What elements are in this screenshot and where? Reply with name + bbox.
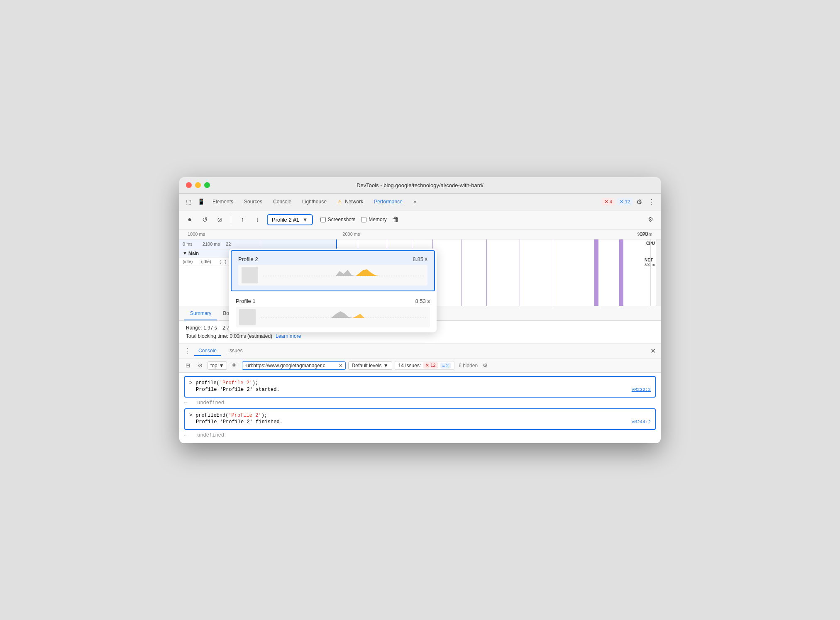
- settings-button[interactable]: ⚙: [633, 196, 645, 207]
- console-tab-console[interactable]: Console: [194, 346, 221, 356]
- undefined-line-2: ← undefined: [184, 432, 656, 439]
- error-badge[interactable]: ✕ 4: [602, 198, 615, 205]
- vm-ref-2[interactable]: VM244:2: [632, 420, 651, 425]
- profile2-chart: [263, 268, 424, 282]
- separator: [231, 215, 231, 224]
- cmd-line-1: > profile('Profile 2');: [189, 380, 651, 386]
- cmd-output-2: Profile 'Profile 2' finished. VM244:2: [189, 419, 651, 425]
- console-sidebar-button[interactable]: ⊟: [183, 361, 193, 371]
- profile-selected-label: Profile 2 #1: [272, 217, 299, 223]
- minimize-button[interactable]: [195, 182, 201, 188]
- close-button[interactable]: [186, 182, 192, 188]
- vertical-bar-6: [486, 239, 487, 306]
- levels-label: Default levels: [352, 363, 382, 369]
- vertical-bar-10: [619, 239, 623, 306]
- timeline-container: 1000 ms 2000 ms 9000 m CPU 0 ms 2100 ms …: [179, 229, 661, 306]
- issues-error-count: ✕ 12: [423, 362, 437, 369]
- tl-row-ruler2: 0 ms 2100 ms 22: [179, 239, 262, 249]
- filter-input-field[interactable]: [245, 363, 339, 369]
- console-eye-button[interactable]: 👁: [230, 361, 239, 371]
- dropdown-item-profile1-header: Profile 1 8.53 s: [236, 298, 430, 304]
- right-border: [650, 239, 651, 306]
- console-close-button[interactable]: ✕: [650, 347, 656, 355]
- log-levels-selector[interactable]: Default levels ▼: [348, 361, 392, 370]
- tbt-label: Total blocking time: 0.00ms (estimated): [186, 333, 272, 339]
- issues-label: 14 Issues:: [398, 363, 421, 369]
- device-icon[interactable]: 📱: [195, 196, 207, 207]
- filter-input-wrapper: ✕: [242, 361, 346, 370]
- console-toolbar: ⊟ ⊘ top ▼ 👁 ✕ Default levels ▼ 14 Issues…: [179, 359, 661, 373]
- tab-elements[interactable]: Elements: [208, 196, 238, 207]
- svg-marker-2: [356, 269, 379, 276]
- upload-button[interactable]: ↑: [237, 214, 248, 225]
- maximize-button[interactable]: [204, 182, 210, 188]
- console-block-2: > profileEnd('Profile 2'); Profile 'Prof…: [184, 408, 656, 430]
- cmd-line-2: > profileEnd('Profile 2');: [189, 413, 651, 418]
- dropdown-item-profile2[interactable]: Profile 2 8.85 s: [231, 250, 435, 291]
- screenshots-checkbox[interactable]: [320, 217, 326, 222]
- profile1-time: 8.53 s: [415, 298, 430, 304]
- download-button[interactable]: ↓: [252, 214, 263, 225]
- clear-button[interactable]: ⊘: [214, 214, 225, 225]
- profile1-chart: [261, 310, 427, 324]
- warning-badge-icon: ✕: [620, 199, 624, 205]
- profile2-thumbnail: [242, 267, 258, 283]
- main-toolbar: ⬚ 📱 Elements Sources Console Lighthouse …: [179, 194, 661, 210]
- inspector-icon[interactable]: ⬚: [183, 196, 194, 207]
- chevron-left-1: ←: [184, 400, 187, 406]
- checkbox-group: Screenshots Memory 🗑: [320, 216, 399, 223]
- warning-badge[interactable]: ✕ 12: [617, 198, 632, 205]
- learn-more-link[interactable]: Learn more: [276, 333, 301, 339]
- memory-checkbox[interactable]: [361, 217, 366, 222]
- context-selector[interactable]: top ▼: [208, 361, 227, 370]
- profile-dropdown[interactable]: Profile 2 #1 ▼: [267, 214, 313, 225]
- undefined-text-2: undefined: [190, 432, 224, 439]
- trash-button[interactable]: 🗑: [393, 216, 399, 223]
- console-header: ⋮ Console Issues ✕: [179, 344, 661, 359]
- tab-network[interactable]: ⚠ Network: [332, 196, 368, 207]
- cmd-text-2: profileEnd('Profile 2');: [195, 413, 267, 418]
- profile2-time: 8.85 s: [413, 256, 427, 262]
- vertical-bar-9: [594, 239, 598, 306]
- console-block-1: > profile('Profile 2'); Profile 'Profile…: [184, 376, 656, 398]
- tab-lighthouse[interactable]: Lighthouse: [297, 196, 332, 207]
- timeline-scrollbar[interactable]: [656, 239, 661, 306]
- tab-performance[interactable]: Performance: [369, 196, 408, 207]
- console-settings-button[interactable]: ⚙: [480, 361, 490, 371]
- perf-settings-button[interactable]: ⚙: [645, 214, 656, 225]
- svg-marker-4: [331, 311, 353, 318]
- reload-record-button[interactable]: ↺: [199, 214, 210, 225]
- tab-summary[interactable]: Summary: [184, 307, 217, 320]
- ruler-label-2000: 2000 ms: [342, 232, 497, 237]
- vertical-bar-7: [520, 239, 520, 306]
- levels-arrow-icon: ▼: [383, 363, 388, 369]
- prompt-2: >: [189, 413, 192, 418]
- tab-sources[interactable]: Sources: [239, 196, 267, 207]
- console-body: > profile('Profile 2'); Profile 'Profile…: [179, 373, 661, 443]
- console-clear-button[interactable]: ⊘: [195, 361, 205, 371]
- tab-console[interactable]: Console: [268, 196, 296, 207]
- tab-more[interactable]: »: [408, 196, 421, 207]
- profile-dropdown-menu: Profile 2 8.85 s: [229, 249, 437, 332]
- memory-checkbox-label[interactable]: Memory: [361, 217, 386, 222]
- issues-info-count: ≡ 2: [440, 363, 451, 369]
- console-tab-issues[interactable]: Issues: [224, 346, 247, 356]
- svg-marker-1: [336, 270, 356, 276]
- more-button[interactable]: ⋮: [646, 196, 657, 207]
- ruler-label-1000: 1000 ms: [188, 232, 342, 237]
- error-icon: ✕: [604, 199, 608, 205]
- dropdown-item-profile1[interactable]: Profile 1 8.53 s: [229, 293, 437, 332]
- profile1-preview: [236, 307, 430, 327]
- filter-clear-button[interactable]: ✕: [339, 363, 343, 369]
- screenshots-checkbox-label[interactable]: Screenshots: [320, 217, 356, 222]
- record-button[interactable]: ●: [184, 214, 195, 225]
- titlebar-buttons: [186, 182, 210, 188]
- dropdown-item-profile2-header: Profile 2 8.85 s: [238, 256, 427, 262]
- vm-ref-1[interactable]: VM232:2: [632, 387, 651, 392]
- warning-icon: ⚠: [337, 199, 342, 205]
- error-badges: ✕ 4 ✕ 12: [602, 198, 632, 205]
- console-dots-icon[interactable]: ⋮: [184, 347, 191, 355]
- cmd-output-1: Profile 'Profile 2' started. VM232:2: [189, 387, 651, 393]
- output-text-2: Profile 'Profile 2' finished.: [196, 419, 283, 425]
- profile2-name: Profile 2: [238, 256, 258, 262]
